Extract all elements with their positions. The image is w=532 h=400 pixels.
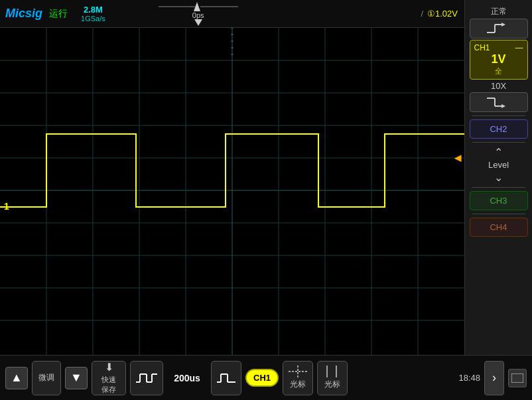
cursor2-button[interactable]: 光标 — [317, 361, 348, 395]
ch1-label-text: CH1 — [474, 43, 490, 52]
run-status: 运行 — [49, 8, 68, 20]
more-button[interactable]: › — [484, 361, 504, 395]
svg-marker-36 — [501, 104, 505, 108]
svg-marker-3 — [194, 19, 202, 26]
clock-display: 18:48 — [458, 373, 480, 383]
fine-adjust-button[interactable]: 微调 — [32, 361, 61, 395]
quick-save-icon: ⬇ — [105, 361, 113, 373]
divider2 — [472, 142, 525, 143]
time-offset-value: 0ps — [192, 11, 204, 19]
brand-area: Micsig 运行 — [0, 7, 68, 21]
time-value: 200us — [174, 373, 200, 383]
svg-text:1: 1 — [4, 201, 9, 212]
ch1-badge[interactable]: CH1 — [245, 369, 279, 387]
sample-rate-bot: 1GSa/s — [81, 15, 105, 23]
level-label: Level — [488, 160, 509, 170]
trigger-voltage: ①1.02V — [427, 9, 458, 19]
svg-marker-32 — [501, 23, 505, 27]
cursor1-button[interactable]: 光标 — [283, 361, 313, 395]
cursor2-label: 光标 — [324, 379, 340, 390]
probe-ratio: 10X — [491, 81, 506, 91]
header-bar: Micsig 运行 2.8M 1GSa/s 0ps / ①1.02V — [0, 0, 464, 28]
cursor1-label: 光标 — [290, 379, 306, 390]
trigger-slash: / — [421, 9, 423, 19]
level-down-arrow[interactable]: ⌄ — [494, 171, 503, 184]
quick-save-label: 快速 保存 — [101, 375, 116, 395]
right-panel: 正常 CH1 — 1V 全 10X CH2 ⌃ Level — [464, 0, 532, 355]
waveform-area: 1 — [0, 28, 464, 355]
time-offset-area: 0ps — [159, 2, 238, 26]
pulse-right-button[interactable] — [211, 361, 241, 395]
ch4-button[interactable]: CH4 — [470, 218, 528, 237]
grid-svg: 1 — [0, 28, 464, 355]
divider1 — [472, 115, 525, 116]
level-arrow: ◄ — [452, 151, 464, 165]
bottom-toolbar: ▲ 微调 ▼ ⬇ 快速 保存 200us — [0, 355, 532, 400]
fine-label: 微调 — [38, 372, 54, 383]
trigger-falling-icon[interactable] — [470, 92, 528, 112]
ch1-full: 全 — [474, 66, 523, 76]
sample-rate-area: 2.8M 1GSa/s — [81, 5, 105, 23]
trigger-info: / ①1.02V — [421, 9, 458, 19]
time-division-display: 200us — [167, 373, 207, 383]
level-section: ⌃ Level ⌄ — [488, 146, 509, 184]
trigger-mode-label: 正常 — [491, 3, 507, 17]
ch1-info-top: CH1 — — [474, 43, 523, 52]
ch2-button[interactable]: CH2 — [470, 119, 528, 139]
svg-rect-54 — [512, 378, 523, 382]
quick-save-button[interactable]: ⬇ 快速 保存 — [92, 361, 126, 395]
ch1-info-box[interactable]: CH1 — 1V 全 — [470, 40, 528, 80]
sample-rate-top: 2.8M — [84, 5, 103, 15]
brand-name: Micsig — [5, 7, 42, 21]
pulse-left-button[interactable] — [130, 361, 163, 395]
trigger-rising-icon[interactable] — [470, 19, 528, 38]
level-up-arrow[interactable]: ⌃ — [494, 146, 503, 159]
divider4 — [472, 214, 525, 214]
ch3-button[interactable]: CH3 — [470, 191, 528, 210]
divider3 — [472, 187, 525, 188]
mini-screen-icon[interactable] — [508, 369, 527, 387]
down-arrow-button[interactable]: ▼ — [65, 367, 88, 389]
ch1-voltage: 1V — [474, 52, 523, 66]
ch1-coupling: — — [515, 43, 523, 52]
up-arrow-button[interactable]: ▲ — [5, 367, 28, 389]
